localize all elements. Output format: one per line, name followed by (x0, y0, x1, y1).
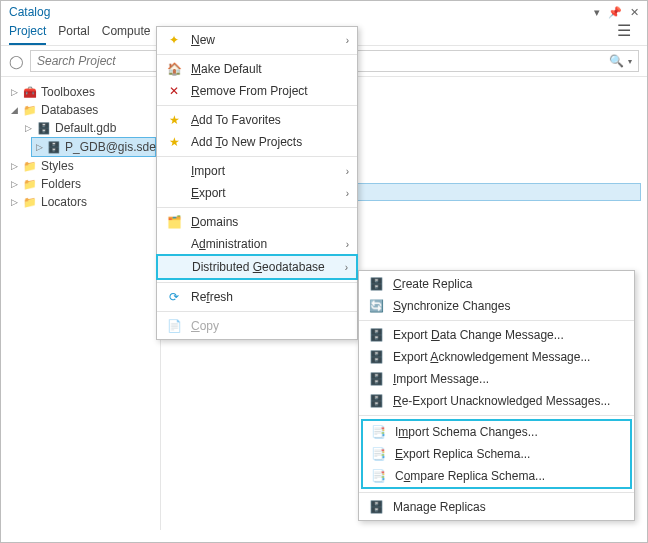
styles-icon: 📁 (23, 160, 37, 173)
export-ack-icon: 🗄️ (367, 350, 385, 364)
menu-export-replica-schema[interactable]: 📑 Export Replica Schema... (363, 443, 630, 465)
export-dcm-icon: 🗄️ (367, 328, 385, 342)
tree-label: P_GDB@gis.sde (65, 140, 156, 154)
tree-panel: ▷ 🧰 Toolboxes ◢ 📁 Databases ▷ 🗄️ Default… (1, 77, 161, 530)
import-schema-icon: 📑 (369, 425, 387, 439)
chevron-right-icon[interactable]: ▷ (9, 197, 19, 207)
toolbox-icon: 🧰 (23, 86, 37, 99)
search-dropdown-icon[interactable]: ▾ (628, 57, 632, 66)
menu-import-schema[interactable]: 📑 Import Schema Changes... (363, 421, 630, 443)
sde-icon: 🗄️ (47, 141, 61, 154)
refresh-icon: ⟳ (165, 290, 183, 304)
menu-administration[interactable]: Administration › (157, 233, 357, 255)
star-icon: ★ (165, 113, 183, 127)
tree-p-gdb[interactable]: ▷ 🗄️ P_GDB@gis.sde (31, 137, 156, 157)
menu-import-message[interactable]: 🗄️ Import Message... (359, 368, 634, 390)
menu-import[interactable]: Import › (157, 160, 357, 182)
tree-label: Folders (41, 177, 81, 191)
menu-create-replica[interactable]: 🗄️ Create Replica (359, 273, 634, 295)
sync-icon: 🔄 (367, 299, 385, 313)
menu-export-ack[interactable]: 🗄️ Export Acknowledgement Message... (359, 346, 634, 368)
chevron-right-icon[interactable]: ▷ (23, 123, 33, 133)
separator (359, 492, 634, 493)
tree-label: Toolboxes (41, 85, 95, 99)
copy-icon: 📄 (165, 319, 183, 333)
chevron-right-icon[interactable]: ▷ (36, 142, 43, 152)
tree-folders[interactable]: ▷ 📁 Folders (1, 175, 160, 193)
new-icon: ✦ (165, 33, 183, 47)
separator (157, 311, 357, 312)
back-button[interactable]: ◯ (9, 54, 24, 69)
tree-databases[interactable]: ◢ 📁 Databases (1, 101, 160, 119)
distributed-geodatabase-submenu: 🗄️ Create Replica 🔄 Synchronize Changes … (358, 270, 635, 521)
separator (359, 320, 634, 321)
reexport-icon: 🗄️ (367, 394, 385, 408)
import-msg-icon: 🗄️ (367, 372, 385, 386)
tree-locators[interactable]: ▷ 📁 Locators (1, 193, 160, 211)
separator (359, 415, 634, 416)
highlighted-group: 📑 Import Schema Changes... 📑 Export Repl… (361, 419, 632, 489)
create-replica-icon: 🗄️ (367, 277, 385, 291)
chevron-right-icon: › (346, 188, 349, 199)
separator (157, 54, 357, 55)
menu-reexport[interactable]: 🗄️ Re-Export Unacknowledged Messages... (359, 390, 634, 412)
window-title: Catalog (9, 5, 50, 19)
separator (157, 156, 357, 157)
separator (157, 207, 357, 208)
database-folder-icon: 📁 (23, 104, 37, 117)
menu-manage-replicas[interactable]: 🗄️ Manage Replicas (359, 496, 634, 518)
menu-refresh[interactable]: ⟳ Refresh (157, 286, 357, 308)
home-icon: 🏠 (165, 62, 183, 76)
menu-make-default[interactable]: 🏠 Make Default (157, 58, 357, 80)
manage-icon: 🗄️ (367, 500, 385, 514)
tree-default-gdb[interactable]: ▷ 🗄️ Default.gdb (1, 119, 160, 137)
tree-label: Styles (41, 159, 74, 173)
context-menu: ✦ New › 🏠 Make Default ✕ Remove From Pro… (156, 26, 358, 340)
tab-portal[interactable]: Portal (58, 21, 89, 45)
chevron-right-icon[interactable]: ▷ (9, 87, 19, 97)
compare-schema-icon: 📑 (369, 469, 387, 483)
tree-label: Default.gdb (55, 121, 116, 135)
close-icon[interactable]: ✕ (630, 6, 639, 19)
tab-project[interactable]: Project (9, 21, 46, 45)
domains-icon: 🗂️ (165, 215, 183, 229)
tree-label: Databases (41, 103, 98, 117)
chevron-right-icon: › (346, 239, 349, 250)
search-icon[interactable]: 🔍 (609, 54, 624, 68)
chevron-right-icon: › (346, 35, 349, 46)
star-plus-icon: ★ (165, 135, 183, 149)
tree-toolboxes[interactable]: ▷ 🧰 Toolboxes (1, 83, 160, 101)
export-schema-icon: 📑 (369, 447, 387, 461)
folders-icon: 📁 (23, 178, 37, 191)
chevron-down-icon[interactable]: ◢ (9, 105, 19, 115)
tree-styles[interactable]: ▷ 📁 Styles (1, 157, 160, 175)
titlebar: Catalog ▾ 📌 ✕ (1, 1, 647, 21)
gdb-icon: 🗄️ (37, 122, 51, 135)
menu-export-data-change[interactable]: 🗄️ Export Data Change Message... (359, 324, 634, 346)
menu-export[interactable]: Export › (157, 182, 357, 204)
pin-icon[interactable]: 📌 (608, 6, 622, 19)
menu-domains[interactable]: 🗂️ Domains (157, 211, 357, 233)
separator (157, 282, 357, 283)
separator (157, 105, 357, 106)
remove-icon: ✕ (165, 84, 183, 98)
chevron-right-icon[interactable]: ▷ (9, 161, 19, 171)
chevron-right-icon[interactable]: ▷ (9, 179, 19, 189)
menu-copy: 📄 Copy (157, 315, 357, 337)
hamburger-icon[interactable]: ☰ (617, 21, 639, 45)
menu-new[interactable]: ✦ New › (157, 29, 357, 51)
chevron-right-icon: › (346, 166, 349, 177)
menu-remove[interactable]: ✕ Remove From Project (157, 80, 357, 102)
menu-sync-changes[interactable]: 🔄 Synchronize Changes (359, 295, 634, 317)
menu-new-projects[interactable]: ★ Add To New Projects (157, 131, 357, 153)
tab-compute[interactable]: Compute (102, 21, 151, 45)
autohide-icon[interactable]: ▾ (594, 6, 600, 19)
menu-distributed-geodatabase[interactable]: Distributed Geodatabase › (156, 254, 358, 280)
chevron-right-icon: › (345, 262, 348, 273)
locators-icon: 📁 (23, 196, 37, 209)
menu-favorites[interactable]: ★ Add To Favorites (157, 109, 357, 131)
tree-label: Locators (41, 195, 87, 209)
menu-compare-replica-schema[interactable]: 📑 Compare Replica Schema... (363, 465, 630, 487)
